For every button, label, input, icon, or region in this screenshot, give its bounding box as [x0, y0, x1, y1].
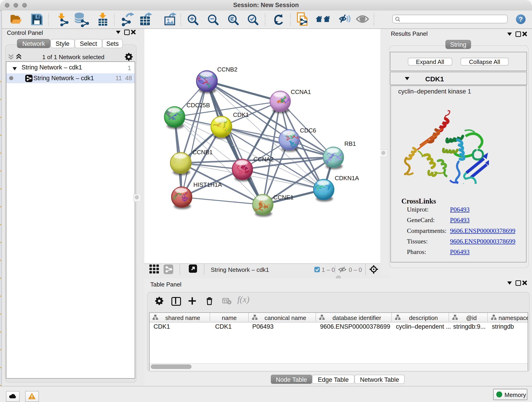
svg-text:CDC25B: CDC25B [186, 102, 210, 109]
svg-text:CCNA2: CCNA2 [253, 156, 273, 163]
svg-text:CDC6: CDC6 [300, 127, 316, 134]
svg-text:CCNE1: CCNE1 [273, 194, 293, 201]
svg-text:RB1: RB1 [344, 140, 356, 147]
svg-text:CCNB1: CCNB1 [192, 149, 213, 156]
svg-text:CDKN1A: CDKN1A [335, 175, 359, 182]
svg-text:CCNB2: CCNB2 [217, 66, 237, 73]
svg-text:HIST1H1A: HIST1H1A [193, 181, 222, 188]
svg-text:CCNA1: CCNA1 [291, 89, 311, 95]
svg-text:CDK1: CDK1 [233, 111, 249, 118]
